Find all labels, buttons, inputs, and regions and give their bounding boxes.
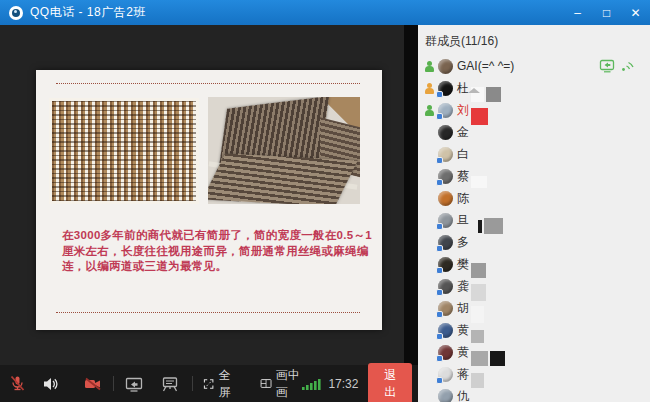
member-avatar [438, 389, 453, 402]
window-controls: – □ ✕ [563, 0, 650, 25]
member-row[interactable]: 胡 [418, 297, 650, 319]
status-badge [436, 267, 443, 274]
member-row[interactable]: 仇 [418, 385, 650, 402]
status-badge [436, 355, 443, 362]
member-row[interactable]: 金 [418, 121, 650, 143]
member-row[interactable]: 黄 [418, 319, 650, 341]
member-name: 白 [457, 146, 469, 163]
member-row[interactable]: GAI(=^ ^=) [418, 55, 650, 77]
member-name: 刘 [457, 102, 469, 119]
fullscreen-icon [203, 376, 214, 392]
call-toolbar: 全屏 画中画 17:32 退出 [0, 365, 418, 402]
censor-triangle [468, 88, 480, 93]
group-members-panel: 群成员(11/16) GAI(=^ ^=) 杜 [418, 25, 650, 402]
speaking-status-icon [423, 104, 435, 116]
member-name: 樊 [457, 256, 469, 273]
status-badge [436, 245, 443, 252]
toolbar-divider [192, 376, 193, 391]
member-avatar [438, 235, 453, 250]
pip-label: 画中画 [276, 367, 302, 401]
member-avatar [438, 81, 453, 96]
whiteboard-icon[interactable] [160, 375, 180, 393]
screen-share-icon[interactable] [124, 375, 144, 393]
member-avatar [438, 147, 453, 162]
shared-screen-area: 在3000多年前的商代就已有简册了，简的宽度一般在0.5～1厘米左右，长度往往视… [0, 25, 418, 365]
member-row[interactable]: 龚 [418, 275, 650, 297]
video-letterbox-strip [404, 25, 418, 365]
member-avatar [438, 125, 453, 140]
presentation-slide: 在3000多年前的商代就已有简册了，简的宽度一般在0.5～1厘米左右，长度往往视… [36, 70, 382, 330]
member-avatar [438, 103, 453, 118]
member-row[interactable]: 刘 [418, 99, 650, 121]
member-avatar [438, 367, 453, 382]
member-name: 黄 [457, 344, 469, 361]
member-name: GAI(=^ ^=) [457, 59, 514, 73]
signal-strength-icon [301, 377, 323, 391]
speaking-status-icon [423, 60, 435, 72]
member-row[interactable]: 蔡 [418, 165, 650, 187]
member-name: 蒋 [457, 366, 469, 383]
member-row[interactable]: 多 [418, 231, 650, 253]
member-avatar [438, 301, 453, 316]
status-badge [436, 91, 443, 98]
speaker-icon[interactable] [41, 375, 59, 393]
status-badge [436, 113, 443, 120]
member-row[interactable]: 黄 [418, 341, 650, 363]
member-name: 胡 [457, 300, 469, 317]
status-badge [436, 157, 443, 164]
exit-call-button[interactable]: 退出 [368, 363, 412, 402]
member-name: 龚 [457, 278, 469, 295]
status-badge [436, 377, 443, 384]
slide-paragraph: 在3000多年前的商代就已有简册了，简的宽度一般在0.5～1厘米左右，长度往往视… [62, 228, 376, 275]
pip-button[interactable]: 画中画 [260, 367, 302, 401]
picture-in-picture-icon [260, 376, 272, 391]
member-row[interactable]: 蒋 [418, 363, 650, 385]
minimize-button[interactable]: – [563, 0, 592, 25]
speaking-status-icon [423, 82, 435, 94]
member-name: 仇 [457, 388, 469, 402]
maximize-button[interactable]: □ [592, 0, 621, 25]
member-avatar [438, 213, 453, 228]
slide-bottom-divider [56, 312, 360, 313]
close-button[interactable]: ✕ [621, 0, 650, 25]
qq-call-window: QQ电话 - 18广告2班 – □ ✕ 在3000多年前的商代就已有简册了，简的… [0, 0, 650, 402]
status-badge [436, 179, 443, 186]
member-avatar [438, 169, 453, 184]
member-row[interactable]: 杜 [418, 77, 650, 99]
member-avatar [438, 345, 453, 360]
bamboo-book-image [208, 97, 360, 204]
bamboo-slips-image [52, 101, 196, 201]
toolbar-divider [113, 376, 114, 391]
member-avatar [438, 323, 453, 338]
speaking-volume-icon [621, 59, 634, 73]
member-name: 旦 [457, 212, 469, 229]
member-row[interactable]: 旦 [418, 209, 650, 231]
camera-muted-icon[interactable] [83, 375, 103, 393]
status-badge [436, 333, 443, 340]
member-name: 金 [457, 124, 469, 141]
status-badge [436, 311, 443, 318]
fullscreen-label: 全屏 [219, 367, 236, 401]
member-avatar [438, 59, 453, 74]
call-duration: 17:32 [328, 377, 358, 391]
member-activity-icons [599, 59, 650, 73]
member-row[interactable]: 樊 [418, 253, 650, 275]
member-avatar [438, 257, 453, 272]
screen-sharing-icon [599, 59, 616, 73]
title-bar: QQ电话 - 18广告2班 – □ ✕ [0, 0, 650, 25]
bamboo-book-flat-panel [208, 153, 358, 204]
member-name: 陈 [457, 190, 469, 207]
fullscreen-button[interactable]: 全屏 [203, 367, 235, 401]
microphone-muted-icon[interactable] [8, 374, 27, 393]
member-row[interactable]: 陈 [418, 187, 650, 209]
status-badge [436, 289, 443, 296]
slide-top-divider [56, 83, 360, 84]
qq-video-call-icon [9, 6, 23, 20]
member-name: 蔡 [457, 168, 469, 185]
member-row[interactable]: 白 [418, 143, 650, 165]
member-name: 多 [457, 234, 469, 251]
member-avatar [438, 279, 453, 294]
member-name: 黄 [457, 322, 469, 339]
member-list: GAI(=^ ^=) 杜 刘 [418, 55, 650, 402]
members-header: 群成员(11/16) [418, 25, 650, 55]
